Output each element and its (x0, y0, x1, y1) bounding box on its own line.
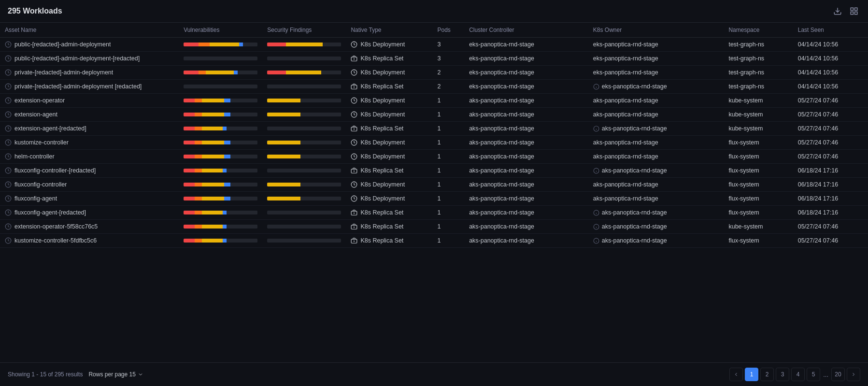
table-row[interactable]: extension-operator-5f58cc76c5 K8s Replic… (0, 220, 868, 234)
sec-segment (267, 71, 285, 74)
vulnerability-bar-cell (179, 206, 262, 220)
pagination-page-2-button[interactable]: 2 (760, 368, 774, 381)
sec-bar (267, 85, 341, 88)
last-seen-cell: 06/18/24 17:16 (793, 164, 868, 178)
vuln-segment (206, 71, 234, 74)
vuln-segment (202, 211, 223, 214)
rows-per-page-selector[interactable]: Rows per page 15 (88, 371, 143, 378)
clock-icon (5, 55, 12, 62)
table-row[interactable]: helm-controller K8s Deployment1aks-panop… (0, 150, 868, 164)
namespace-cell: flux-system (724, 234, 793, 248)
vuln-segment (184, 169, 195, 172)
sec-segment (286, 71, 322, 74)
security-findings-bar-cell (262, 164, 346, 178)
sec-bar (267, 99, 341, 102)
last-seen-cell: 05/27/24 07:46 (793, 108, 868, 122)
table-row[interactable]: fluxconfig-controller-[redacted] K8s Rep… (0, 164, 868, 178)
k8s-owner-cell: aks-panoptica-rnd-stage (588, 108, 724, 122)
info-icon (593, 238, 599, 244)
clock-icon (5, 181, 12, 188)
col-header-ns[interactable]: Namespace (724, 23, 793, 38)
sec-bar (267, 225, 341, 229)
k8s-owner-cell: aks-panoptica-rnd-stage (588, 136, 724, 150)
asset-name-text: public-[redacted]-admin-deployment (14, 41, 111, 48)
k8s-owner-cell: eks-panoptica-rnd-stage (588, 80, 724, 94)
cluster-controller-cell: aks-panoptica-rnd-stage (464, 94, 588, 108)
table-row[interactable]: fluxconfig-agent-[redacted] K8s Replica … (0, 206, 868, 220)
vuln-segment (210, 43, 239, 46)
footer: Showing 1 - 15 of 295 results Rows per p… (0, 362, 868, 386)
pagination-page-1-button[interactable]: 1 (745, 368, 758, 381)
table-row[interactable]: extension-operator K8s Deployment1aks-pa… (0, 94, 868, 108)
last-seen-cell: 05/27/24 07:46 (793, 150, 868, 164)
table-row[interactable]: public-[redacted]-admin-deployment K8s D… (0, 38, 868, 52)
k8s-owner-text: aks-panoptica-rnd-stage (593, 139, 658, 146)
col-header-native[interactable]: Native Type (346, 23, 432, 38)
vuln-segment (223, 239, 227, 243)
layout-button[interactable] (848, 5, 860, 17)
vuln-segment (199, 71, 206, 74)
k8s-owner-text: eks-panoptica-rnd-stage (593, 69, 658, 76)
pagination-last-page-button[interactable]: 20 (831, 368, 845, 381)
pagination-page-4-button[interactable]: 4 (791, 368, 805, 381)
workloads-table: Asset Name Vulnerabilities Security Find… (0, 23, 868, 248)
table-row[interactable]: public-[redacted]-admin-deployment-[reda… (0, 52, 868, 66)
table-row[interactable]: private-[redacted]-admin-deployment [red… (0, 80, 868, 94)
native-type-cell: K8s Deployment (346, 178, 432, 192)
col-header-cluster[interactable]: Cluster Controller (464, 23, 588, 38)
native-type-cell: K8s Deployment (346, 38, 432, 52)
pagination-page-5-button[interactable]: 5 (807, 368, 820, 381)
pagination-prev-button[interactable] (729, 368, 743, 381)
vuln-segment (224, 113, 230, 116)
namespace-cell: flux-system (724, 136, 793, 150)
last-seen-cell: 05/27/24 07:46 (793, 122, 868, 136)
asset-name-text: public-[redacted]-admin-deployment-[reda… (14, 55, 140, 62)
header: 295 Workloads (0, 0, 868, 23)
table-row[interactable]: kustomize-controller K8s Deployment1aks-… (0, 136, 868, 150)
col-header-lastseen[interactable]: Last Seen (793, 23, 868, 38)
table-row[interactable]: fluxconfig-controller K8s Deployment1aks… (0, 178, 868, 192)
vulnerability-bar-cell (179, 234, 262, 248)
security-findings-bar-cell (262, 206, 346, 220)
table-row[interactable]: private-[redacted]-admin-deployment K8s … (0, 66, 868, 80)
download-button[interactable] (831, 5, 844, 17)
asset-name-cell: extension-operator-5f58cc76c5 (0, 220, 179, 234)
col-header-vuln[interactable]: Vulnerabilities (179, 23, 262, 38)
cluster-controller-cell: aks-panoptica-rnd-stage (464, 108, 588, 122)
vuln-segment (224, 99, 230, 102)
table-row[interactable]: kustomize-controller-5fdfbc5c6 K8s Repli… (0, 234, 868, 248)
k8s-owner-text: aks-panoptica-rnd-stage (593, 111, 658, 118)
info-icon (593, 84, 599, 90)
deployment-icon (351, 153, 357, 160)
native-type-text: K8s Deployment (360, 153, 405, 160)
native-type-cell: K8s Replica Set (346, 234, 432, 248)
native-type-cell: K8s Deployment (346, 150, 432, 164)
table-row[interactable]: extension-agent-[redacted] K8s Replica S… (0, 122, 868, 136)
info-icon (593, 224, 599, 230)
clock-icon (5, 237, 12, 244)
sec-bar (267, 57, 341, 60)
native-type-text: K8s Deployment (360, 97, 405, 104)
col-header-asset[interactable]: Asset Name (0, 23, 179, 38)
deployment-icon (351, 181, 357, 188)
native-type-cell: K8s Deployment (346, 192, 432, 206)
col-header-owner[interactable]: K8s Owner (588, 23, 724, 38)
table-row[interactable]: fluxconfig-agent K8s Deployment1aks-pano… (0, 192, 868, 206)
col-header-sec[interactable]: Security Findings (262, 23, 346, 38)
vuln-segment (223, 225, 227, 229)
vulnerability-bar-cell (179, 220, 262, 234)
pagination-next-button[interactable] (847, 368, 860, 381)
info-icon (593, 126, 599, 132)
native-type-text: K8s Replica Set (360, 237, 403, 244)
k8s-owner-text: aks-panoptica-rnd-stage (602, 209, 667, 216)
security-findings-bar-cell (262, 136, 346, 150)
col-header-pods[interactable]: Pods (432, 23, 464, 38)
vulnerability-bar-cell (179, 150, 262, 164)
vuln-bar (184, 141, 257, 144)
security-findings-bar-cell (262, 234, 346, 248)
pagination-page-3-button[interactable]: 3 (776, 368, 789, 381)
table-row[interactable]: extension-agent K8s Deployment1aks-panop… (0, 108, 868, 122)
sec-segment (267, 183, 300, 186)
clock-icon (5, 139, 12, 146)
last-seen-cell: 04/14/24 10:56 (793, 66, 868, 80)
